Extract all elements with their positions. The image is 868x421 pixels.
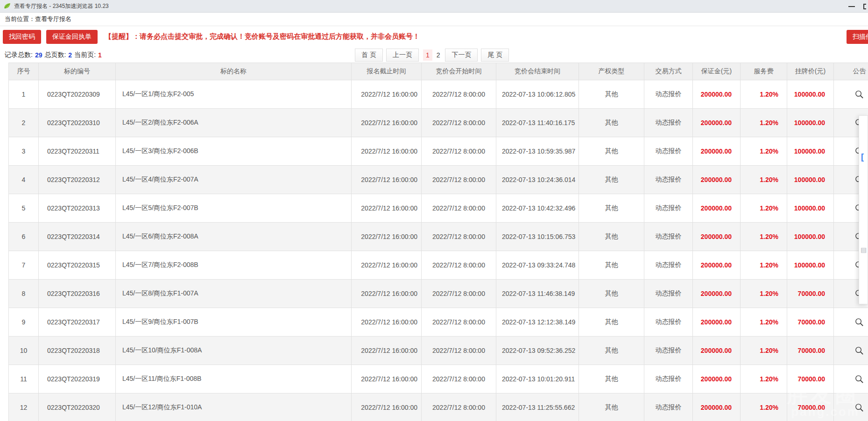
prev-page-button[interactable]: 上一页 (386, 49, 419, 62)
column-header: 公告 (834, 63, 868, 80)
breadcrumb: 当前位置：查看专厅报名 (0, 13, 868, 26)
cell-auction-start: 2022/7/12 8:00:00 (422, 137, 496, 166)
window-title: 查看专厅报名 - 2345加速浏览器 10.23 (14, 2, 109, 10)
cell-lot-name: L45/一区12/商位东F1-010A (116, 393, 352, 421)
cell-signup-deadline: 2022/7/12 16:00:00 (352, 223, 422, 251)
cell-auction-end: 2022-07-13 10:06:12.805 (496, 80, 579, 109)
cell-auction-end: 2022-07-13 10:01:20.911 (496, 365, 579, 393)
maximize-icon-partial[interactable] (863, 4, 866, 9)
cell-lot-code: 0223QT20220312 (39, 166, 116, 194)
cell-seq: 3 (9, 137, 39, 166)
page-number-current: 1 (423, 49, 432, 61)
cell-deposit: 200000.00 (693, 166, 741, 194)
cell-listing-price: 100000.00 (787, 109, 834, 137)
cell-listing-price: 100000.00 (787, 251, 834, 280)
column-header: 标的名称 (116, 63, 352, 80)
cell-lot-code: 0223QT20220318 (39, 337, 116, 365)
cell-lot-name: L45/一区4/商位东F2-007A (116, 166, 352, 194)
column-header: 产权类型 (579, 63, 644, 80)
table-row: 7 0223QT20220315 L45/一区7/商位东F2-008B 2022… (9, 251, 868, 280)
column-header: 保证金(元) (693, 63, 741, 80)
floating-side-panel[interactable]: [ ▤ (859, 115, 868, 304)
page-number-2[interactable]: 2 (434, 49, 443, 61)
magnifier-icon[interactable] (854, 90, 864, 99)
cell-property-type: 其他 (579, 393, 644, 421)
record-summary: 记录总数: 29 总页数: 2 当前页: 1 (5, 51, 102, 59)
cell-deposit: 200000.00 (693, 280, 741, 308)
cell-auction-end: 2022-07-13 12:12:38.149 (496, 308, 579, 337)
magnifier-icon[interactable] (854, 317, 864, 327)
cell-seq: 2 (9, 109, 39, 137)
cell-service-fee: 1.20% (741, 194, 787, 223)
table-row: 2 0223QT20220310 L45/一区2/商位东F2-006A 2022… (9, 109, 868, 137)
table-row: 4 0223QT20220312 L45/一区4/商位东F2-007A 2022… (9, 166, 868, 194)
cell-trade-mode: 动态报价 (644, 194, 693, 223)
cell-lot-name: L45/一区7/商位东F2-008B (116, 251, 352, 280)
side-panel-gray-icon[interactable]: ▤ (861, 246, 867, 253)
minimize-icon[interactable] (848, 6, 855, 7)
cell-property-type: 其他 (579, 223, 644, 251)
first-page-button[interactable]: 首 页 (355, 49, 383, 62)
last-page-button[interactable]: 尾 页 (481, 49, 509, 62)
cell-trade-mode: 动态报价 (644, 308, 693, 337)
column-header: 服务费 (741, 63, 787, 80)
cell-property-type: 其他 (579, 194, 644, 223)
cell-lot-name: L45/一区8/商位东F1-007A (116, 280, 352, 308)
cell-auction-start: 2022/7/12 8:00:00 (422, 194, 496, 223)
magnifier-icon[interactable] (854, 374, 864, 384)
cell-deposit: 200000.00 (693, 308, 741, 337)
column-header: 标的编号 (39, 63, 116, 80)
side-panel-blue-icon[interactable]: [ (861, 152, 864, 162)
column-header: 竞价会结束时间 (496, 63, 579, 80)
table-row: 3 0223QT20220311 L45/一区3/商位东F2-006B 2022… (9, 137, 868, 166)
magnifier-icon[interactable] (854, 403, 864, 413)
cell-trade-mode: 动态报价 (644, 137, 693, 166)
cell-listing-price: 70000.00 (787, 280, 834, 308)
cell-auction-start: 2022/7/12 8:00:00 (422, 393, 496, 421)
cell-lot-code: 0223QT20220320 (39, 393, 116, 421)
cell-service-fee: 1.20% (741, 308, 787, 337)
cell-signup-deadline: 2022/7/12 16:00:00 (352, 365, 422, 393)
column-header: 序号 (9, 63, 39, 80)
toolbar: 找回密码 保证金回执单 【提醒】：请务必点击提交审批，完成确认！竞价账号及密码在… (0, 26, 868, 47)
cell-seq: 8 (9, 280, 39, 308)
column-header: 交易方式 (644, 63, 693, 80)
cell-signup-deadline: 2022/7/12 16:00:00 (352, 80, 422, 109)
cell-lot-code: 0223QT20220319 (39, 365, 116, 393)
cell-listing-price: 100000.00 (787, 223, 834, 251)
cell-listing-price: 70000.00 (787, 308, 834, 337)
magnifier-icon[interactable] (854, 346, 864, 356)
cell-deposit: 200000.00 (693, 337, 741, 365)
cell-auction-end: 2022-07-13 11:46:38.149 (496, 280, 579, 308)
cell-listing-price: 70000.00 (787, 337, 834, 365)
cell-notice (834, 308, 868, 337)
cell-auction-end: 2022-07-13 09:33:24.748 (496, 251, 579, 280)
find-password-button[interactable]: 找回密码 (3, 30, 41, 44)
cell-notice (834, 393, 868, 421)
cell-trade-mode: 动态报价 (644, 365, 693, 393)
scan-file-button[interactable]: 扫描件 (847, 30, 868, 44)
cell-signup-deadline: 2022/7/12 16:00:00 (352, 337, 422, 365)
cell-lot-code: 0223QT20220315 (39, 251, 116, 280)
cell-deposit: 200000.00 (693, 137, 741, 166)
deposit-receipt-button[interactable]: 保证金回执单 (46, 30, 98, 44)
cell-lot-name: L45/一区2/商位东F2-006A (116, 109, 352, 137)
total-records-value: 29 (35, 51, 42, 59)
cell-lot-code: 0223QT20220317 (39, 308, 116, 337)
table-row: 12 0223QT20220320 L45/一区12/商位东F1-010A 20… (9, 393, 868, 421)
cell-service-fee: 1.20% (741, 251, 787, 280)
cell-trade-mode: 动态报价 (644, 223, 693, 251)
registration-table: 序号标的编号标的名称报名截止时间竞价会开始时间竞价会结束时间产权类型交易方式保证… (8, 63, 868, 421)
reminder-text: 【提醒】：请务必点击提交审批，完成确认！竞价账号及密码在审批通过后方能获取，并非… (105, 32, 420, 41)
cell-property-type: 其他 (579, 137, 644, 166)
cell-notice (834, 80, 868, 109)
column-header: 报名截止时间 (352, 63, 422, 80)
cell-auction-start: 2022/7/12 8:00:00 (422, 223, 496, 251)
cell-notice (834, 337, 868, 365)
cell-lot-name: L45/一区10/商位东F1-008A (116, 337, 352, 365)
next-page-button[interactable]: 下一页 (445, 49, 478, 62)
cell-seq: 9 (9, 308, 39, 337)
cell-seq: 10 (9, 337, 39, 365)
cell-seq: 1 (9, 80, 39, 109)
cell-lot-name: L45/一区9/商位东F1-007B (116, 308, 352, 337)
